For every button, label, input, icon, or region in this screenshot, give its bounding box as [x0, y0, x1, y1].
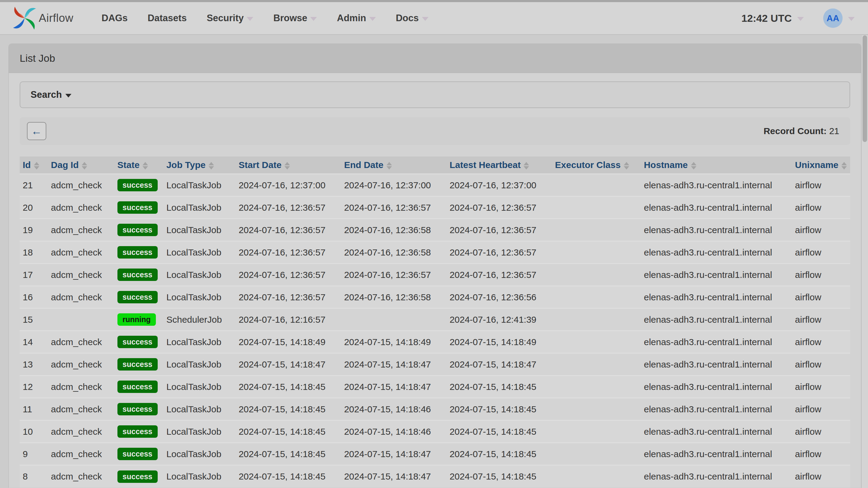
nav-menu: DAGsDatasetsSecurityBrowseAdminDocs	[92, 13, 438, 24]
column-header-state[interactable]: State	[115, 156, 163, 174]
column-header-hostname[interactable]: Hostname	[641, 156, 792, 174]
scrollbar-thumb[interactable]	[863, 35, 867, 142]
cell-executor-class	[552, 174, 641, 196]
cell-end-date: 2024-07-15, 14:18:47	[341, 376, 446, 398]
table-row: 9adcm_checksuccessLocalTaskJob2024-07-15…	[20, 443, 850, 465]
nav-item-browse[interactable]: Browse	[263, 13, 327, 24]
sort-icon	[82, 162, 87, 170]
cell-latest-heartbeat: 2024-07-15, 14:18:45	[446, 376, 552, 398]
sort-icon	[34, 162, 39, 170]
cell-hostname: elenas-adh3.ru-central1.internal	[641, 376, 792, 398]
cell-state: success	[115, 376, 163, 398]
cell-state: success	[115, 421, 163, 443]
cell-hostname: elenas-adh3.ru-central1.internal	[641, 308, 792, 331]
cell-dag-id: adcm_check	[48, 264, 115, 286]
cell-id: 15	[20, 308, 48, 331]
actions-bar: ← Record Count: 21	[20, 117, 850, 145]
nav-item-docs[interactable]: Docs	[386, 13, 438, 24]
panel-body: Search ← Record Count: 21 IdDag IdStateJ…	[9, 73, 861, 488]
search-label: Search	[31, 89, 62, 100]
column-header-end-date[interactable]: End Date	[341, 156, 446, 174]
cell-job-type: LocalTaskJob	[163, 353, 236, 376]
cell-unixname: airflow	[792, 331, 850, 353]
column-header-id[interactable]: Id	[20, 156, 48, 174]
caret-down-icon	[65, 94, 71, 97]
cell-state: success	[115, 264, 163, 286]
cell-id: 18	[20, 241, 48, 264]
cell-id: 21	[20, 174, 48, 196]
clock-dropdown[interactable]: 12:42 UTC	[742, 12, 804, 24]
state-badge: success	[117, 269, 158, 281]
chevron-down-icon	[369, 17, 376, 21]
cell-executor-class	[552, 308, 641, 331]
cell-start-date: 2024-07-16, 12:36:57	[236, 196, 341, 219]
cell-dag-id: adcm_check	[48, 398, 115, 421]
cell-hostname: elenas-adh3.ru-central1.internal	[641, 264, 792, 286]
record-count-label: Record Count:	[764, 126, 827, 136]
page-title: List Job	[9, 44, 861, 73]
table-row: 20adcm_checksuccessLocalTaskJob2024-07-1…	[20, 196, 850, 219]
cell-job-type: LocalTaskJob	[163, 264, 236, 286]
cell-start-date: 2024-07-16, 12:16:57	[236, 308, 341, 331]
cell-latest-heartbeat: 2024-07-15, 14:18:45	[446, 421, 552, 443]
column-header-job-type[interactable]: Job Type	[163, 156, 236, 174]
user-menu[interactable]: AA	[823, 8, 855, 28]
nav-item-datasets[interactable]: Datasets	[138, 13, 197, 24]
cell-end-date: 2024-07-16, 12:36:57	[341, 196, 446, 219]
cell-latest-heartbeat: 2024-07-16, 12:36:57	[446, 241, 552, 264]
nav-item-admin[interactable]: Admin	[327, 13, 385, 24]
cell-unixname: airflow	[792, 286, 850, 308]
column-header-dag-id[interactable]: Dag Id	[48, 156, 115, 174]
cell-job-type: LocalTaskJob	[163, 421, 236, 443]
nav-item-label: DAGs	[102, 13, 128, 24]
cell-dag-id: adcm_check	[48, 443, 115, 465]
table-row: 21adcm_checksuccessLocalTaskJob2024-07-1…	[20, 174, 850, 196]
sort-icon	[386, 162, 392, 170]
cell-job-type: LocalTaskJob	[163, 376, 236, 398]
cell-unixname: airflow	[792, 421, 850, 443]
cell-end-date: 2024-07-16, 12:36:58	[341, 286, 446, 308]
cell-state: success	[115, 353, 163, 376]
table-row: 16adcm_checksuccessLocalTaskJob2024-07-1…	[20, 286, 850, 308]
column-header-label: Job Type	[166, 160, 206, 170]
cell-end-date: 2024-07-15, 14:18:46	[341, 398, 446, 421]
nav-item-label: Datasets	[148, 13, 187, 24]
cell-executor-class	[552, 443, 641, 465]
state-badge: success	[117, 336, 158, 348]
scrollbar-track[interactable]	[861, 35, 868, 488]
column-header-start-date[interactable]: Start Date	[236, 156, 341, 174]
column-header-latest-heartbeat[interactable]: Latest Heartbeat	[446, 156, 552, 174]
chevron-down-icon	[247, 17, 253, 21]
cell-job-type: LocalTaskJob	[163, 241, 236, 264]
cell-executor-class	[552, 286, 641, 308]
column-header-executor-class[interactable]: Executor Class	[552, 156, 641, 174]
cell-end-date: 2024-07-16, 12:36:58	[341, 241, 446, 264]
nav-item-security[interactable]: Security	[197, 13, 263, 24]
nav-item-label: Browse	[273, 13, 307, 24]
cell-hostname: elenas-adh3.ru-central1.internal	[641, 465, 792, 488]
column-header-label: Start Date	[239, 160, 281, 170]
column-header-unixname[interactable]: Unixname	[792, 156, 850, 174]
cell-end-date: 2024-07-15, 14:18:49	[341, 331, 446, 353]
search-dropdown[interactable]: Search	[20, 82, 850, 108]
state-badge: success	[117, 403, 158, 416]
column-header-label: Executor Class	[555, 160, 621, 170]
chevron-down-icon	[422, 17, 429, 21]
nav-item-dags[interactable]: DAGs	[92, 13, 138, 24]
cell-latest-heartbeat: 2024-07-16, 12:36:57	[446, 219, 552, 241]
cell-id: 14	[20, 331, 48, 353]
airflow-brand[interactable]: Airflow	[12, 6, 73, 31]
cell-start-date: 2024-07-15, 14:18:45	[236, 465, 341, 488]
back-button[interactable]: ←	[27, 122, 46, 140]
cell-executor-class	[552, 264, 641, 286]
column-header-label: Latest Heartbeat	[450, 160, 521, 170]
cell-executor-class	[552, 219, 641, 241]
cell-job-type: LocalTaskJob	[163, 331, 236, 353]
cell-hostname: elenas-adh3.ru-central1.internal	[641, 353, 792, 376]
cell-id: 19	[20, 219, 48, 241]
cell-state: success	[115, 398, 163, 421]
state-badge: success	[117, 358, 158, 371]
cell-latest-heartbeat: 2024-07-15, 14:18:45	[446, 443, 552, 465]
column-header-label: Unixname	[795, 160, 838, 170]
cell-executor-class	[552, 376, 641, 398]
